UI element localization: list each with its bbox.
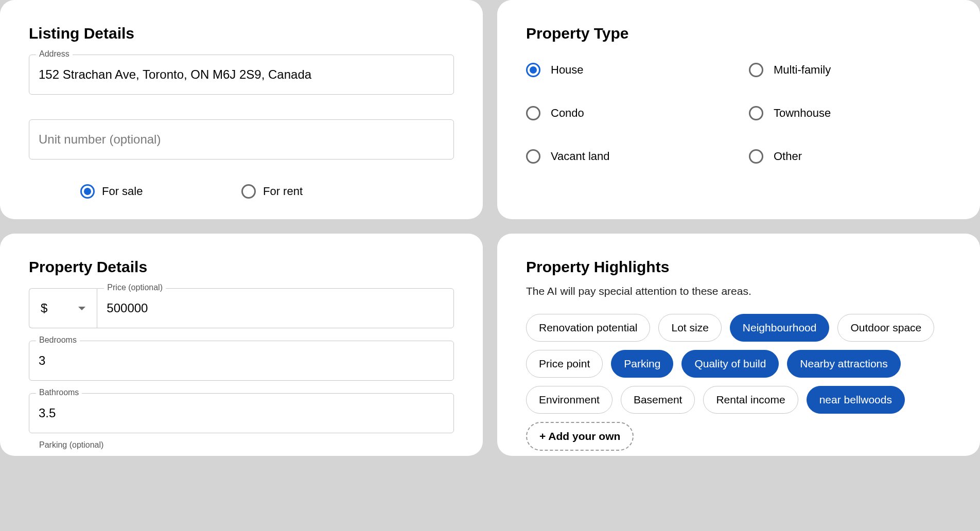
card-property-type: Property Type House Multi-family Condo T…: [497, 0, 980, 219]
chip-price-point[interactable]: Price point: [526, 350, 603, 378]
currency-select[interactable]: $: [29, 288, 97, 328]
currency-symbol: $: [41, 301, 47, 315]
radio-circle-icon: [80, 184, 95, 199]
for-sale-label: For sale: [102, 185, 143, 198]
card-property-details: Property Details $ Price (optional) Bedr…: [0, 234, 483, 456]
radio-multi-family[interactable]: Multi-family: [749, 63, 951, 77]
radio-circle-icon: [749, 149, 763, 164]
listing-details-title: Listing Details: [29, 25, 454, 42]
radio-circle-icon: [749, 63, 763, 77]
bedrooms-field-wrapper: Bedrooms: [29, 341, 454, 381]
radio-circle-icon: [526, 106, 540, 120]
chip-rental-income[interactable]: Rental income: [703, 386, 798, 414]
unit-input[interactable]: [29, 119, 454, 160]
card-listing-details: Listing Details Address For sale For ren…: [0, 0, 483, 219]
radio-other[interactable]: Other: [749, 149, 951, 164]
card-property-highlights: Property Highlights The AI will pay spec…: [497, 234, 980, 456]
chip-basement[interactable]: Basement: [621, 386, 695, 414]
vacant-land-label: Vacant land: [551, 150, 610, 163]
bedrooms-label: Bedrooms: [36, 335, 80, 345]
price-row: $ Price (optional): [29, 288, 454, 328]
chip-renovation-potential[interactable]: Renovation potential: [526, 314, 650, 342]
unit-field-wrapper: [29, 119, 454, 160]
other-label: Other: [774, 150, 802, 163]
chip-near-bellwoods[interactable]: near bellwoods: [807, 386, 905, 414]
condo-label: Condo: [551, 107, 584, 120]
parking-label: Parking (optional): [36, 440, 107, 450]
radio-house[interactable]: House: [526, 63, 728, 77]
property-details-title: Property Details: [29, 258, 454, 276]
property-type-title: Property Type: [526, 25, 951, 42]
bathrooms-label: Bathrooms: [36, 388, 82, 397]
address-field-wrapper: Address: [29, 55, 454, 95]
highlights-subtitle: The AI will pay special attention to the…: [526, 285, 951, 297]
price-input-wrap: Price (optional): [97, 288, 454, 328]
radio-condo[interactable]: Condo: [526, 106, 728, 120]
radio-dot-icon: [84, 188, 91, 195]
radio-for-rent[interactable]: For rent: [241, 184, 402, 199]
chip-environment[interactable]: Environment: [526, 386, 612, 414]
radio-townhouse[interactable]: Townhouse: [749, 106, 951, 120]
chevron-down-icon: [78, 307, 85, 310]
townhouse-label: Townhouse: [774, 107, 831, 120]
bathrooms-input[interactable]: [29, 393, 454, 433]
bathrooms-field-wrapper: Bathrooms: [29, 393, 454, 433]
highlights-title: Property Highlights: [526, 258, 951, 276]
chip-nearby-attractions[interactable]: Nearby attractions: [787, 350, 900, 378]
radio-circle-icon: [526, 63, 540, 77]
radio-circle-icon: [749, 106, 763, 120]
house-label: House: [551, 63, 584, 77]
price-input[interactable]: [97, 288, 454, 328]
price-label: Price (optional): [104, 283, 166, 292]
address-input[interactable]: [29, 55, 454, 95]
radio-vacant-land[interactable]: Vacant land: [526, 149, 728, 164]
property-type-grid: House Multi-family Condo Townhouse Vacan…: [526, 63, 951, 164]
highlights-chips: Renovation potential Lot size Neighbourh…: [526, 314, 951, 451]
chip-outdoor-space[interactable]: Outdoor space: [837, 314, 934, 342]
chip-quality-of-build[interactable]: Quality of build: [681, 350, 779, 378]
address-label: Address: [36, 49, 73, 59]
bedrooms-input[interactable]: [29, 341, 454, 381]
chip-add-your-own[interactable]: + Add your own: [526, 422, 634, 451]
chip-parking[interactable]: Parking: [611, 350, 673, 378]
for-rent-label: For rent: [263, 185, 303, 198]
radio-circle-icon: [526, 149, 540, 164]
multi-family-label: Multi-family: [774, 63, 831, 77]
radio-for-sale[interactable]: For sale: [80, 184, 241, 199]
listing-type-radio-group: For sale For rent: [29, 184, 454, 199]
radio-circle-icon: [241, 184, 256, 199]
radio-dot-icon: [530, 66, 537, 74]
chip-neighbourhood[interactable]: Neighbourhood: [730, 314, 830, 342]
chip-lot-size[interactable]: Lot size: [658, 314, 721, 342]
